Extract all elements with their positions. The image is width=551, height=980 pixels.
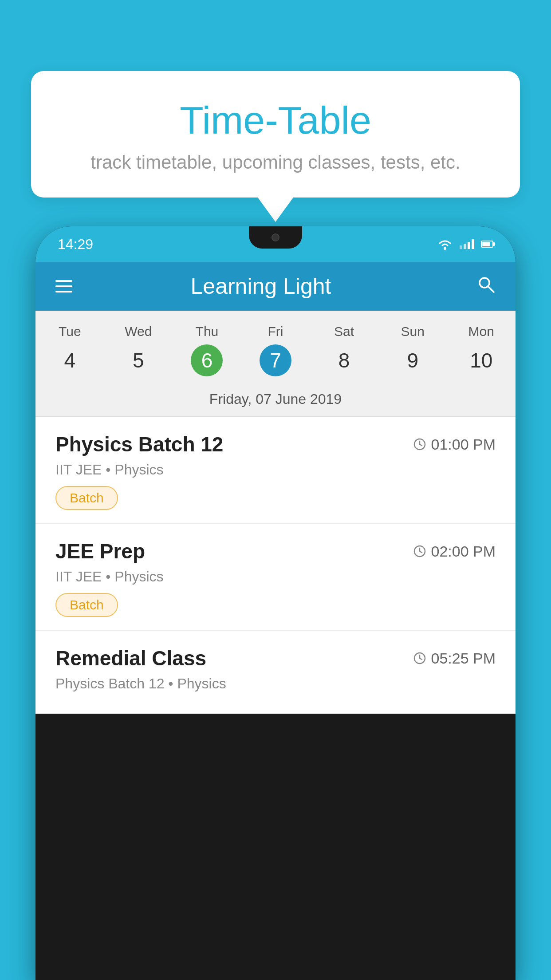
svg-point-0 xyxy=(444,247,446,250)
bubble-tail xyxy=(258,198,293,222)
speech-bubble: Time-Table track timetable, upcoming cla… xyxy=(31,71,520,198)
schedule-subtitle: IIT JEE • Physics xyxy=(55,569,496,585)
day-number[interactable]: 6 xyxy=(191,344,223,376)
status-bar: 14:29 xyxy=(35,226,516,262)
day-label: Sat xyxy=(334,324,354,339)
day-number[interactable]: 10 xyxy=(465,344,497,376)
day-number[interactable]: 8 xyxy=(328,344,360,376)
app-title: Learning Light xyxy=(86,273,436,299)
day-col-fri[interactable]: Fri7 xyxy=(241,320,310,381)
schedule-subtitle: IIT JEE • Physics xyxy=(55,462,496,478)
day-label: Mon xyxy=(468,324,494,339)
day-col-sun[interactable]: Sun9 xyxy=(378,320,447,381)
schedule-subtitle: Physics Batch 12 • Physics xyxy=(55,676,496,692)
clock-icon xyxy=(413,652,426,665)
schedule-time: 05:25 PM xyxy=(413,650,496,667)
schedule-time: 01:00 PM xyxy=(413,436,496,453)
svg-line-2 xyxy=(488,286,494,292)
camera-dot xyxy=(272,233,279,241)
schedule-time: 02:00 PM xyxy=(413,543,496,560)
svg-line-8 xyxy=(420,551,422,553)
day-number[interactable]: 7 xyxy=(260,344,291,376)
day-col-mon[interactable]: Mon10 xyxy=(447,320,516,381)
day-col-thu[interactable]: Thu6 xyxy=(173,320,241,381)
svg-line-11 xyxy=(420,658,422,660)
clock-icon xyxy=(413,438,426,451)
menu-icon[interactable] xyxy=(55,280,72,292)
notch xyxy=(249,226,302,249)
day-number[interactable]: 9 xyxy=(397,344,429,376)
battery-icon xyxy=(481,241,493,248)
bubble-subtitle: track timetable, upcoming classes, tests… xyxy=(53,152,498,173)
day-col-sat[interactable]: Sat8 xyxy=(310,320,378,381)
app-bar: Learning Light xyxy=(35,262,516,311)
day-col-tue[interactable]: Tue4 xyxy=(35,320,104,381)
selected-date-label: Friday, 07 June 2019 xyxy=(35,383,516,417)
schedule-item-header: Remedial Class05:25 PM xyxy=(55,646,496,670)
batch-badge: Batch xyxy=(55,486,118,510)
schedule-item-title: JEE Prep xyxy=(55,539,145,563)
day-label: Fri xyxy=(268,324,283,339)
day-col-wed[interactable]: Wed5 xyxy=(104,320,173,381)
day-label: Sun xyxy=(401,324,424,339)
batch-badge: Batch xyxy=(55,593,118,617)
day-label: Tue xyxy=(59,324,81,339)
week-days-row: Tue4Wed5Thu6Fri7Sat8Sun9Mon10 xyxy=(35,311,516,383)
clock-icon xyxy=(413,545,426,558)
phone-frame: 14:29 xyxy=(35,226,516,980)
signal-icon xyxy=(460,239,474,249)
status-time: 14:29 xyxy=(58,236,93,253)
bubble-title: Time-Table xyxy=(53,98,498,143)
day-label: Thu xyxy=(196,324,219,339)
svg-line-5 xyxy=(420,444,422,446)
wifi-icon xyxy=(437,238,453,250)
schedule-item-1[interactable]: JEE Prep02:00 PMIIT JEE • PhysicsBatch xyxy=(35,524,516,631)
day-label: Wed xyxy=(125,324,152,339)
schedule-item-0[interactable]: Physics Batch 1201:00 PMIIT JEE • Physic… xyxy=(35,417,516,524)
schedule-item-2[interactable]: Remedial Class05:25 PMPhysics Batch 12 •… xyxy=(35,631,516,714)
schedule-item-title: Physics Batch 12 xyxy=(55,432,223,456)
calendar-section: Tue4Wed5Thu6Fri7Sat8Sun9Mon10 Friday, 07… xyxy=(35,311,516,417)
schedule-item-header: JEE Prep02:00 PM xyxy=(55,539,496,563)
day-number[interactable]: 5 xyxy=(122,344,154,376)
schedule-list: Physics Batch 1201:00 PMIIT JEE • Physic… xyxy=(35,417,516,714)
status-icons xyxy=(437,238,493,250)
day-number[interactable]: 4 xyxy=(54,344,86,376)
search-icon[interactable] xyxy=(476,274,496,298)
speech-bubble-container: Time-Table track timetable, upcoming cla… xyxy=(31,71,520,222)
schedule-item-title: Remedial Class xyxy=(55,646,206,670)
schedule-item-header: Physics Batch 1201:00 PM xyxy=(55,432,496,456)
